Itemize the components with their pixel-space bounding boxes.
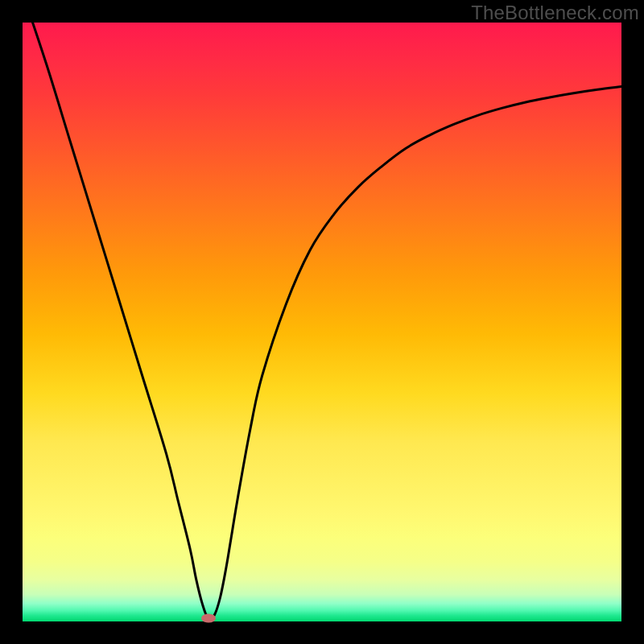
curve-svg: [23, 23, 621, 621]
chart-container: TheBottleneck.com: [0, 0, 644, 644]
plot-area: [23, 23, 621, 621]
minimum-marker: [201, 614, 216, 623]
bottleneck-curve: [23, 23, 621, 620]
watermark-text: TheBottleneck.com: [471, 2, 639, 24]
